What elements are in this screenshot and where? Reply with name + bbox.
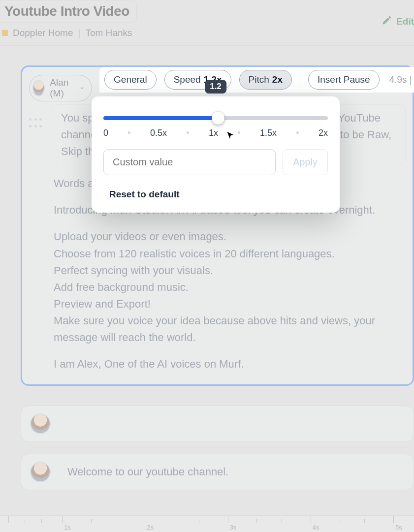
script-text: Welcome to our youtube channel. [67, 466, 228, 478]
general-pill[interactable]: General [104, 70, 157, 90]
voice-selector[interactable]: Alan (M) [29, 75, 92, 101]
edit-button[interactable]: Edit [382, 15, 414, 28]
duration-display: 4.9s | [387, 74, 412, 85]
script-line: Choose from 120 realistic voices in 20 d… [54, 246, 404, 262]
script-line: I am Alex, One of the AI voices on Murf. [54, 356, 404, 373]
script-block[interactable] [21, 406, 414, 442]
slider-thumb[interactable] [212, 112, 224, 125]
tick-label: 5s [395, 524, 402, 531]
slider-ticks: 0 • 0.5x • 1x • 1.5x • 2x [103, 128, 328, 138]
breadcrumb-item[interactable]: Tom Hanks [85, 28, 132, 38]
script-block[interactable]: Welcome to our youtube channel. [21, 454, 414, 490]
toolbar: General Speed 1.2x Pitch 2x Insert Pause… [99, 67, 414, 93]
pencil-icon [382, 15, 392, 28]
speed-popover: 1.2 0 • 0.5x • 1x • 1.5x • 2x Apply Rese… [92, 96, 340, 213]
breadcrumb: Doppler Home | Tom Hanks [0, 28, 414, 38]
slider-tooltip: 1.2 [205, 80, 226, 94]
custom-value-input[interactable] [103, 149, 276, 175]
speed-slider[interactable] [103, 116, 328, 120]
chevron-down-icon [80, 85, 85, 92]
edit-label: Edit [396, 16, 414, 27]
drag-handle-icon[interactable] [29, 118, 43, 130]
cursor-icon [224, 130, 236, 144]
script-line: Perfect syncing with your visuals. [54, 262, 404, 279]
toolbar-divider [300, 71, 300, 88]
tick-label: 1s [64, 524, 71, 531]
avatar [30, 462, 51, 482]
script-line: Upload your videos or even images. [54, 228, 404, 245]
script-line: Preview and Export! [54, 296, 404, 313]
page-title: Youtube Intro Video [4, 3, 129, 19]
breadcrumb-separator: | [78, 28, 81, 38]
tick-label: 2s [147, 524, 154, 531]
timeline-ruler[interactable]: 1s 2s 3s 4s 5s [0, 515, 414, 532]
breadcrumb-icon [2, 30, 8, 36]
voice-name: Alan (M) [50, 77, 75, 99]
script-line: Add free background music. [54, 279, 404, 296]
reset-to-default-link[interactable]: Reset to default [103, 189, 328, 200]
tick-label: 4s [313, 524, 319, 531]
apply-button[interactable]: Apply [283, 149, 328, 175]
avatar [32, 80, 45, 96]
breadcrumb-home[interactable]: Doppler Home [13, 28, 73, 38]
pitch-pill[interactable]: Pitch 2x [239, 70, 292, 90]
insert-pause-pill[interactable]: Insert Pause [308, 70, 380, 90]
avatar [30, 413, 51, 434]
tick-label: 3s [230, 524, 237, 531]
script-line: Make sure you voice your idea because ab… [54, 313, 404, 346]
